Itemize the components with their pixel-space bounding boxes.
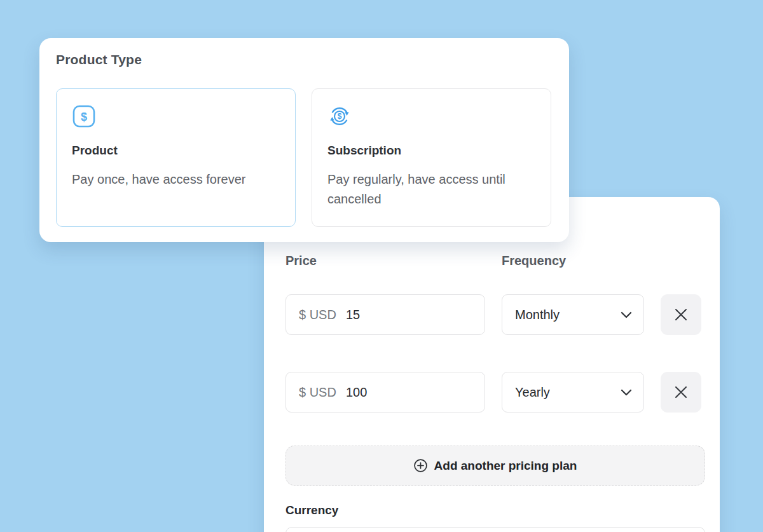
remove-row-button[interactable] [661,294,701,335]
add-pricing-plan-label: Add another pricing plan [434,459,577,473]
dollar-square-icon: $ [72,104,96,128]
frequency-selected-value: Yearly [515,385,550,400]
chevron-down-icon [621,389,632,396]
option-product-title: Product [72,144,280,158]
option-product-description: Pay once, have access forever [72,170,280,189]
pricing-row: $ USD 15 Monthly [285,294,720,335]
product-type-options: $ Product Pay once, have access forever … [56,88,553,227]
frequency-column-label: Frequency [502,254,644,268]
option-product[interactable]: $ Product Pay once, have access forever [56,88,296,227]
price-input[interactable]: $ USD 100 [285,372,485,413]
svg-text:$: $ [81,111,87,123]
remove-row-button[interactable] [661,372,701,413]
currency-input[interactable] [285,527,705,532]
currency-prefix: $ USD [299,385,336,400]
product-type-title: Product Type [56,52,553,67]
close-icon [674,385,688,399]
product-type-card: Product Type $ Product Pay once, have ac… [39,38,569,242]
currency-prefix: $ USD [299,308,336,322]
option-subscription[interactable]: $ Subscription Pay regularly, have acces… [312,88,551,227]
frequency-selected-value: Monthly [515,308,560,322]
price-value: 15 [346,308,360,322]
pricing-card: Price Frequency $ USD 15 Monthly [264,197,720,532]
price-column-label: Price [285,254,485,268]
pricing-setup-screen: Product Type $ Product Pay once, have ac… [0,0,763,532]
currency-label: Currency [285,503,720,518]
pricing-row: $ USD 100 Yearly [285,372,720,413]
option-subscription-description: Pay regularly, have access until cancell… [327,170,535,209]
chevron-down-icon [621,311,632,318]
pricing-column-labels: Price Frequency [285,254,720,268]
frequency-select[interactable]: Yearly [502,372,644,413]
price-input[interactable]: $ USD 15 [285,294,485,335]
svg-text:$: $ [338,112,342,121]
frequency-select[interactable]: Monthly [502,294,644,335]
option-subscription-title: Subscription [327,144,535,158]
price-value: 100 [346,385,367,400]
dollar-cycle-icon: $ [327,104,352,128]
add-pricing-plan-button[interactable]: Add another pricing plan [285,446,705,486]
close-icon [674,308,688,322]
plus-circle-icon [414,459,427,472]
